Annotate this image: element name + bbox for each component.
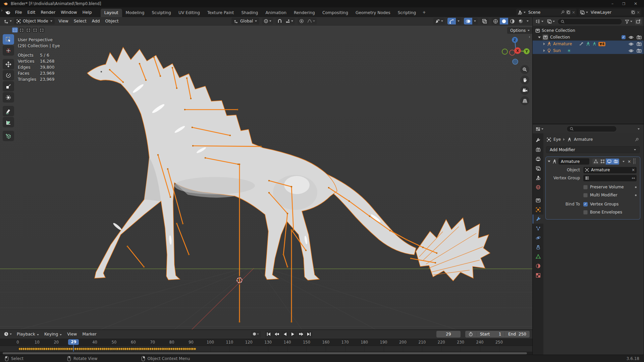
auto-keying-toggle[interactable] <box>251 331 261 338</box>
animate-property-dot[interactable] <box>635 186 637 188</box>
shading-dropdown[interactable] <box>525 18 530 24</box>
new-scene-icon[interactable] <box>566 10 571 14</box>
invert-vertex-group-icon[interactable]: ↔ <box>632 176 635 180</box>
bone[interactable] <box>127 246 144 267</box>
camera-view-button[interactable] <box>520 86 529 95</box>
modifier-name-field[interactable]: Armature <box>558 158 589 165</box>
vertex-group-field[interactable]: ↔ <box>583 175 637 181</box>
menu-render[interactable]: Render <box>38 9 58 15</box>
clear-object-icon[interactable]: × <box>632 168 635 172</box>
snap-settings-dropdown[interactable] <box>284 18 295 24</box>
timeline-editor-type-dropdown[interactable] <box>3 331 13 337</box>
breadcrumb-object[interactable]: Eye <box>553 137 561 142</box>
blender-app-icon[interactable] <box>5 10 10 15</box>
bone-envelopes-checkbox[interactable] <box>583 210 588 215</box>
add-cube-tool[interactable] <box>3 131 14 141</box>
axis-neg-z-ball[interactable] <box>513 59 518 64</box>
toggle-perspective-button[interactable] <box>520 96 529 105</box>
viewport-menu-object[interactable]: Object <box>103 18 121 24</box>
overlays-dropdown[interactable] <box>472 18 478 24</box>
properties-editor-type-dropdown[interactable] <box>535 126 544 132</box>
select-mode-subtract-button[interactable] <box>25 27 31 33</box>
drag-handle[interactable] <box>633 159 636 164</box>
add-workspace-button[interactable]: + <box>420 9 428 16</box>
properties-tab-texture[interactable] <box>533 271 543 280</box>
timeline-expand-arrow[interactable]: › <box>1 8 3 13</box>
properties-tab-scene[interactable] <box>533 173 543 182</box>
start-frame-field[interactable]: Start 1 <box>477 332 505 337</box>
hide-eye-icon[interactable] <box>629 42 634 47</box>
editor-type-dropdown[interactable] <box>3 18 13 24</box>
workspace-tab-sculpting[interactable]: Sculpting <box>148 9 174 17</box>
viewport-menu-add[interactable]: Add <box>89 18 103 24</box>
properties-tab-particles[interactable] <box>533 224 543 233</box>
transform-tool[interactable] <box>3 92 14 103</box>
timeline-keyframe-track[interactable] <box>0 346 532 352</box>
select-box-tool[interactable] <box>3 34 14 45</box>
shading-rendered-button[interactable] <box>517 18 525 24</box>
collection-checkbox[interactable]: ✓ <box>622 35 626 39</box>
previous-keyframe-button[interactable] <box>273 331 280 338</box>
workspace-tab-compositing[interactable]: Compositing <box>319 9 352 17</box>
vertex-groups-checkbox[interactable]: ✓ <box>583 202 588 206</box>
menu-help[interactable]: Help <box>80 9 95 15</box>
outliner-row-armature[interactable]: Armature ▼4 <box>533 41 644 47</box>
select-mode-new-button[interactable] <box>12 27 18 33</box>
multi-modifier-checkbox[interactable] <box>583 193 588 197</box>
timeline-menu-keying[interactable]: Keying <box>42 331 64 337</box>
shading-wireframe-button[interactable] <box>491 18 500 24</box>
shading-solid-button[interactable] <box>500 18 508 24</box>
workspace-tab-modeling[interactable]: Modeling <box>122 9 148 17</box>
properties-tab-data[interactable] <box>533 252 543 261</box>
properties-options-dropdown[interactable] <box>638 128 640 130</box>
properties-tab-view-layer[interactable] <box>533 164 543 173</box>
select-mode-intersect-button[interactable] <box>39 27 45 33</box>
disable-render-icon[interactable] <box>637 48 642 53</box>
menu-window[interactable]: Window <box>58 9 80 15</box>
axis-neg-x-ball[interactable] <box>509 50 515 55</box>
edit-mode-toggle[interactable] <box>599 159 606 165</box>
outliner-editor-type-dropdown[interactable] <box>535 18 544 24</box>
workspace-tab-rendering[interactable]: Rendering <box>290 9 319 17</box>
cursor-tool[interactable] <box>3 45 14 56</box>
workspace-tab-animation[interactable]: Animation <box>262 9 290 17</box>
new-collection-button[interactable] <box>635 18 642 24</box>
current-frame-field[interactable]: 29 <box>436 331 461 338</box>
disable-render-icon[interactable] <box>637 35 642 40</box>
on-cage-toggle[interactable] <box>592 159 599 165</box>
current-frame-indicator[interactable]: 29 <box>68 339 79 345</box>
timeline-ruler[interactable]: 0102030405060708090100110120130140150160… <box>0 339 532 346</box>
outliner-row-sun[interactable]: Sun ☀ <box>533 47 644 54</box>
use-preview-range-toggle[interactable] <box>465 332 477 336</box>
close-button[interactable]: ✕ <box>634 1 637 6</box>
snap-toggle[interactable] <box>276 18 284 24</box>
pan-hand-button[interactable] <box>520 75 529 84</box>
properties-tab-render[interactable] <box>533 145 543 154</box>
collapse-panel-arrow[interactable] <box>548 161 550 162</box>
properties-tab-world[interactable] <box>533 183 543 192</box>
properties-search-input[interactable] <box>567 126 617 132</box>
hide-eye-icon[interactable] <box>629 35 634 40</box>
remove-view-layer-icon[interactable]: × <box>637 10 640 15</box>
preserve-volume-checkbox[interactable] <box>583 185 588 189</box>
unlink-scene-icon[interactable]: × <box>572 10 575 15</box>
workspace-tab-uv-editing[interactable]: UV Editing <box>175 9 204 17</box>
proportional-editing-toggle[interactable] <box>298 18 306 24</box>
timeline-menu-marker[interactable]: Marker <box>79 331 99 337</box>
properties-tab-physics[interactable] <box>533 233 543 242</box>
play-reverse-button[interactable] <box>281 331 288 338</box>
outliner-row-collection[interactable]: Collection ✓ <box>533 34 644 41</box>
bone[interactable] <box>283 254 287 267</box>
new-view-layer-icon[interactable] <box>631 10 635 14</box>
outliner-display-mode-dropdown[interactable] <box>546 18 556 24</box>
outliner-row-scene-collection[interactable]: Scene Collection <box>533 27 644 34</box>
realtime-display-toggle[interactable] <box>606 159 612 165</box>
workspace-tab-geometry-nodes[interactable]: Geometry Nodes <box>352 9 394 17</box>
scale-tool[interactable] <box>3 81 14 92</box>
outliner-search-input[interactable] <box>557 18 622 25</box>
minimize-button[interactable]: – <box>611 1 613 6</box>
menu-file[interactable]: File <box>12 9 25 15</box>
render-toggle[interactable] <box>612 159 619 165</box>
disable-render-icon[interactable] <box>637 42 642 47</box>
scene-selector[interactable]: Scene × <box>516 9 577 16</box>
